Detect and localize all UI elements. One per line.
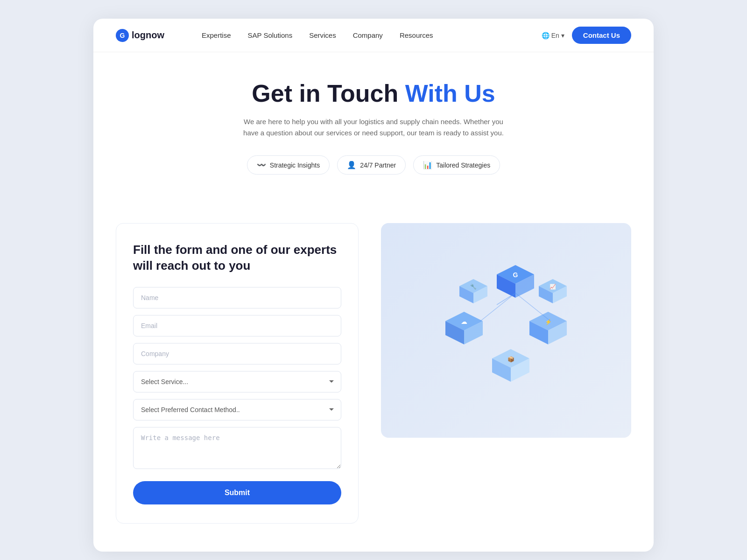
service-select[interactable]: Select Service... [133, 371, 341, 392]
language-button[interactable]: 🌐 En ▾ [542, 32, 564, 39]
message-field-group [133, 427, 341, 471]
isometric-illustration: G ☁ ⚡ [427, 256, 585, 405]
company-input[interactable] [133, 343, 341, 364]
svg-text:🔧: 🔧 [470, 283, 477, 290]
navbar: G lognow Expertise SAP Solutions Service… [93, 19, 654, 52]
svg-line-24 [497, 293, 515, 305]
nav-right: 🌐 En ▾ Contact Us [542, 27, 631, 44]
name-field-group [133, 287, 341, 308]
nav-services[interactable]: Services [309, 31, 336, 39]
main-content: Fill the form and one of our experts wil… [93, 212, 654, 552]
contact-method-select[interactable]: Select Preferred Contact Method.. [133, 399, 341, 420]
name-input[interactable] [133, 287, 341, 308]
logo-icon: G [116, 29, 129, 42]
contact-us-button[interactable]: Contact Us [572, 27, 631, 44]
submit-button[interactable]: Submit [133, 481, 341, 504]
badge-24-7-partner: 👤 24/7 Partner [337, 155, 406, 175]
logo-text: lognow [132, 30, 164, 41]
svg-text:📈: 📈 [550, 283, 556, 290]
badges-row: 〰️ Strategic Insights 👤 24/7 Partner 📊 T… [116, 155, 631, 175]
hero-subtitle: We are here to help you with all your lo… [243, 116, 504, 139]
svg-text:G: G [513, 271, 518, 279]
nav-expertise[interactable]: Expertise [202, 31, 231, 39]
page-wrapper: G lognow Expertise SAP Solutions Service… [93, 19, 654, 552]
badge-strategic-insights: 〰️ Strategic Insights [247, 155, 330, 175]
email-field-group [133, 315, 341, 336]
contact-method-select-group: Select Preferred Contact Method.. [133, 399, 341, 420]
form-section: Fill the form and one of our experts wil… [116, 223, 359, 524]
nav-links: Expertise SAP Solutions Services Company… [202, 31, 542, 39]
svg-text:📦: 📦 [507, 356, 514, 363]
badge-label-1: Strategic Insights [270, 161, 320, 169]
badge-label-3: Tailored Strategies [436, 161, 490, 169]
chevron-down-icon: ▾ [561, 32, 564, 39]
nav-sap[interactable]: SAP Solutions [248, 31, 293, 39]
hero-title: Get in Touch With Us [116, 80, 631, 107]
badge-tailored-strategies: 📊 Tailored Strategies [413, 155, 500, 175]
company-field-group [133, 343, 341, 364]
hero-section: Get in Touch With Us We are here to help… [93, 52, 654, 212]
hero-title-part2: With Us [405, 80, 495, 107]
logo[interactable]: G lognow [116, 29, 164, 42]
svg-text:☁: ☁ [461, 318, 467, 325]
nav-resources[interactable]: Resources [400, 31, 433, 39]
partner-icon: 👤 [347, 161, 356, 169]
email-input[interactable] [133, 315, 341, 336]
lang-label: En [551, 32, 559, 39]
nav-company[interactable]: Company [353, 31, 383, 39]
hero-title-part1: Get in Touch [252, 80, 405, 107]
badge-label-2: 24/7 Partner [360, 161, 396, 169]
svg-line-26 [480, 293, 515, 321]
trending-icon: 〰️ [257, 161, 266, 169]
chart-icon: 📊 [423, 161, 432, 169]
globe-icon: 🌐 [542, 32, 550, 39]
service-select-group: Select Service... [133, 371, 341, 392]
illustration-section: G ☁ ⚡ [381, 223, 631, 438]
message-textarea[interactable] [133, 427, 341, 469]
form-title: Fill the form and one of our experts wil… [133, 242, 341, 274]
